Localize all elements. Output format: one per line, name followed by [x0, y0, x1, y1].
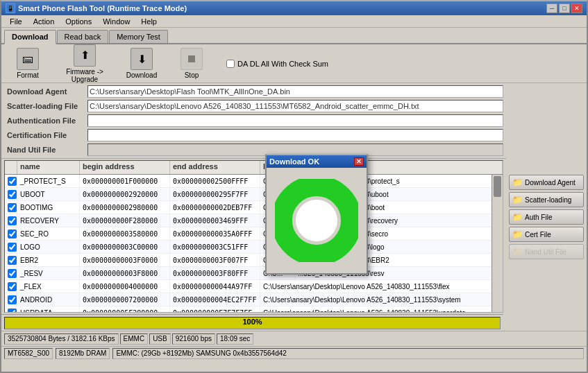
toolbar: 🖴 Format ⬆ Firmware -> Upgrade ⬇ Downloa… — [1, 44, 587, 83]
menu-options[interactable]: Options — [60, 17, 97, 26]
row-check-1[interactable] — [8, 177, 17, 186]
status-dram: 8192Mb DRAM — [56, 348, 110, 359]
maximize-button[interactable]: □ — [559, 3, 570, 13]
stop-button[interactable]: ⏹ Stop — [171, 48, 212, 79]
tab-download[interactable]: Download — [4, 30, 56, 44]
scatter-loading-btn-label: Scatter-loading — [525, 196, 571, 204]
status-time: 18:09 sec — [217, 333, 253, 345]
scatter-loading-row: Scatter-loading File — [4, 99, 503, 113]
download-agent-btn[interactable]: 📁 Download Agent — [509, 175, 584, 190]
row-check-6[interactable] — [8, 243, 17, 252]
format-button[interactable]: 🖴 Format — [7, 48, 49, 79]
auth-file-row: Authentication File — [4, 114, 503, 128]
title-bar-controls: ─ □ ✕ — [546, 3, 582, 13]
format-icon: 🖴 — [17, 48, 39, 70]
table-row: BOOTIMG 0x0000000002980000 0x00000000002… — [5, 201, 503, 214]
cert-file-btn-label: Cert File — [525, 231, 551, 238]
folder-icon-4: 📁 — [512, 229, 523, 239]
cert-file-btn[interactable]: 📁 Cert File — [509, 227, 584, 242]
row-check-5[interactable] — [8, 229, 17, 238]
col-end: end address — [170, 161, 260, 174]
status-bps: 921600 bps — [172, 333, 215, 345]
firmware-icon: ⬆ — [74, 44, 96, 67]
table-row: _PROTECT_S 0x000000001F000000 0x00000000… — [5, 175, 503, 188]
status-usb: USB — [149, 333, 171, 345]
download-agent-row: Download Agent — [4, 85, 503, 98]
firmware-label: Firmware -> Upgrade — [57, 68, 112, 83]
cert-file-row: Certification File — [4, 128, 503, 142]
download-ok-modal: Download OK ✕ — [265, 154, 368, 275]
menu-file[interactable]: File — [4, 17, 28, 26]
download-agent-btn-label: Download Agent — [525, 179, 576, 186]
menu-bar: File Action Options Window Help — [1, 15, 587, 28]
progress-label: 100% — [5, 318, 500, 326]
svg-point-2 — [296, 200, 337, 241]
auth-file-btn[interactable]: 📁 Auth File — [509, 209, 584, 225]
main-window: 📱 Smart Phone Flash Tool (Runtime Trace … — [0, 0, 588, 373]
menu-action[interactable]: Action — [28, 17, 60, 26]
table-row: _FLEX 0x0000000004000000 0x000000000044A… — [5, 280, 503, 293]
cert-file-input[interactable] — [87, 129, 503, 141]
modal-body — [267, 168, 367, 273]
progress-bar-container: 100% — [1, 314, 503, 331]
row-check-8[interactable] — [8, 269, 17, 278]
table-row: SEC_RO 0x0000000003580000 0x000000000035… — [5, 227, 503, 241]
download-button[interactable]: ⬇ Download — [121, 48, 162, 79]
table-row: RECOVERY 0x000000000F280000 0x0000000003… — [5, 214, 503, 227]
col-name: name — [17, 161, 80, 174]
scatter-loading-label: Scatter-loading File — [4, 102, 87, 110]
col-check — [5, 161, 17, 174]
modal-titlebar: Download OK ✕ — [267, 155, 367, 168]
stop-icon: ⏹ — [180, 48, 203, 70]
table-row: _RESV 0x00000000003F8000 0x0000000003F80… — [5, 267, 503, 280]
table-row: LOGO 0x0000000003C00000 0x0000000003C51F… — [5, 241, 503, 254]
file-section: Download Agent Scatter-loading File Auth… — [1, 83, 587, 159]
table-row: USRDATA 0x000000005F200000 0x000000000E7… — [5, 306, 503, 313]
da-checkbox[interactable] — [226, 60, 235, 68]
tab-bar: Download Read back Memory Test — [1, 28, 587, 44]
success-donut-chart — [275, 179, 358, 262]
scatter-loading-btn[interactable]: 📁 Scatter-loading — [509, 192, 584, 207]
title-bar: 📱 Smart Phone Flash Tool (Runtime Trace … — [1, 1, 587, 15]
minimize-button[interactable]: ─ — [546, 3, 557, 13]
status-bar-bottom: MT6582_S00 8192Mb DRAM EMMC: (29Gb +8192… — [1, 346, 587, 360]
col-begin: begin address — [80, 161, 170, 174]
window-title: Smart Phone Flash Tool (Runtime Trace Mo… — [18, 4, 187, 12]
row-check-4[interactable] — [8, 216, 17, 225]
tab-memorytest[interactable]: Memory Test — [109, 30, 168, 43]
download-agent-label: Download Agent — [4, 87, 87, 96]
download-icon: ⬇ — [131, 48, 153, 70]
cert-file-label: Certification File — [4, 131, 87, 139]
status-bar: 3525730804 Bytes / 3182.16 KBps EMMC USB… — [1, 331, 587, 346]
folder-icon-1: 📁 — [512, 177, 523, 187]
file-rows: Download Agent Scatter-loading File Auth… — [1, 83, 506, 159]
table-scrollbar[interactable] — [492, 175, 503, 312]
row-check-7[interactable] — [8, 256, 17, 265]
row-check-3[interactable] — [8, 203, 17, 212]
nand-util-btn: 📁 Nand Util File — [509, 244, 584, 259]
row-check-9[interactable] — [8, 282, 17, 291]
nand-util-btn-label: Nand Util File — [525, 248, 566, 256]
status-emmc: EMMC — [120, 333, 149, 345]
format-label: Format — [17, 71, 39, 79]
download-label: Download — [126, 71, 157, 79]
close-button[interactable]: ✕ — [571, 3, 582, 13]
table-row: EBR2 0x00000000003F0000 0x0000000003F007… — [5, 254, 503, 267]
menu-help[interactable]: Help — [135, 17, 162, 26]
file-table: name begin address end address locati...… — [4, 160, 503, 313]
auth-file-label: Authentication File — [4, 116, 87, 125]
row-check-2[interactable] — [8, 190, 17, 199]
firmware-upgrade-button[interactable]: ⬆ Firmware -> Upgrade — [57, 44, 112, 83]
modal-close-button[interactable]: ✕ — [354, 157, 364, 166]
download-agent-input[interactable] — [87, 85, 503, 98]
status-bytes: 3525730804 Bytes / 3182.16 KBps — [4, 333, 119, 345]
auth-file-input[interactable] — [87, 114, 503, 127]
row-check-11[interactable] — [8, 309, 17, 313]
table-header: name begin address end address locati...… — [5, 161, 503, 175]
table-body: _PROTECT_S 0x000000001F000000 0x00000000… — [5, 175, 503, 313]
scatter-loading-input[interactable] — [87, 100, 503, 112]
tab-readback[interactable]: Read back — [57, 30, 109, 43]
status-cpu: MT6582_S00 — [4, 348, 53, 359]
row-check-10[interactable] — [8, 295, 17, 304]
menu-window[interactable]: Window — [97, 17, 135, 26]
